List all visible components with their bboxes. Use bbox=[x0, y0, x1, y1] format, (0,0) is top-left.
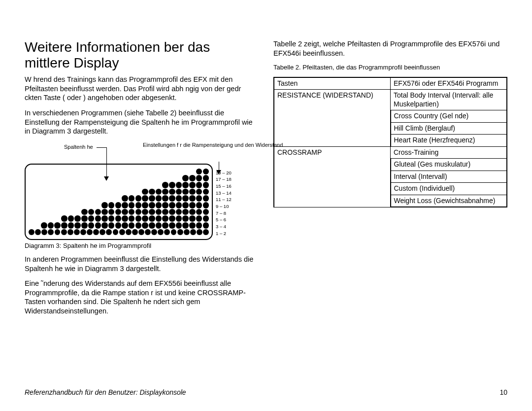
table-row: CROSSRAMPCross-Training bbox=[274, 146, 507, 159]
dot-icon bbox=[182, 182, 189, 188]
dot-icon bbox=[203, 169, 209, 175]
dot-icon bbox=[197, 229, 202, 236]
dot-icon bbox=[203, 202, 209, 208]
dot-icon bbox=[184, 229, 190, 236]
dot-icon bbox=[108, 215, 115, 222]
dot-icon bbox=[122, 215, 128, 222]
dot-icon bbox=[74, 215, 81, 222]
dot-icon bbox=[162, 195, 168, 202]
dot-icon bbox=[88, 222, 95, 229]
table-cell: Hill Climb (Berglauf) bbox=[391, 122, 507, 135]
dot-icon bbox=[169, 182, 175, 188]
diagram-label-left: Spaltenh he bbox=[64, 144, 93, 150]
dot-icon bbox=[138, 229, 144, 236]
dot-icon bbox=[48, 222, 54, 229]
dot-icon bbox=[156, 222, 162, 229]
diagram-row bbox=[29, 189, 209, 195]
dot-icon bbox=[129, 222, 135, 229]
dot-icon bbox=[101, 215, 108, 222]
paragraph: In anderen Programmen beeinflusst die Ei… bbox=[25, 255, 259, 273]
dot-icon bbox=[35, 229, 41, 236]
dot-icon bbox=[135, 195, 142, 202]
dot-icon bbox=[203, 195, 209, 202]
dot-icon bbox=[95, 215, 101, 222]
dot-icon bbox=[135, 202, 142, 208]
dot-icon bbox=[108, 209, 115, 215]
dot-icon bbox=[115, 202, 122, 208]
dot-icon bbox=[67, 229, 73, 236]
table-cell: Cross Country (Gel nde) bbox=[391, 110, 507, 123]
dot-icon bbox=[122, 209, 128, 215]
arrow-down-icon bbox=[216, 170, 221, 174]
table-caption: Tabelle 2. Pfeiltasten, die das Programm… bbox=[273, 64, 507, 72]
dot-icon bbox=[176, 209, 182, 215]
dot-icon bbox=[122, 202, 128, 208]
scale-label: 13 – 14 bbox=[216, 190, 232, 197]
page-footer: Referenzhandbuch für den Benutzer: Displ… bbox=[25, 388, 507, 396]
diagram-row bbox=[29, 182, 209, 188]
dot-icon bbox=[29, 229, 34, 236]
dot-icon bbox=[74, 229, 80, 236]
dot-icon bbox=[190, 229, 196, 236]
dot-icon bbox=[156, 209, 162, 215]
table-row: RESISTANCE (WIDERSTAND)Total Body Interv… bbox=[274, 90, 507, 110]
dot-icon bbox=[196, 202, 202, 208]
scale-label: 1 – 2 bbox=[216, 230, 232, 237]
dot-icon bbox=[189, 222, 196, 229]
dot-icon bbox=[162, 189, 168, 195]
dot-icon bbox=[149, 189, 155, 195]
diagram-scale: 19 – 2017 – 1815 – 1613 – 1411 – 129 – 1… bbox=[216, 166, 232, 240]
dot-icon bbox=[156, 215, 162, 222]
dot-icon bbox=[156, 202, 162, 208]
dot-icon bbox=[101, 209, 108, 215]
dot-icon bbox=[142, 209, 148, 215]
table-cell: Custom (Individuell) bbox=[391, 183, 507, 195]
dot-icon bbox=[176, 189, 182, 195]
scale-label: 5 – 6 bbox=[216, 216, 232, 223]
dot-icon bbox=[142, 202, 148, 208]
dot-icon bbox=[203, 175, 209, 181]
two-column-layout: Weitere Informationen ber das mittlere D… bbox=[25, 39, 507, 321]
table-cell: Interval (Intervall) bbox=[391, 171, 507, 183]
dot-icon bbox=[182, 209, 189, 215]
dot-icon bbox=[203, 209, 209, 215]
page-root: Weitere Informationen ber das mittlere D… bbox=[0, 0, 532, 411]
dot-icon bbox=[196, 175, 202, 181]
dot-icon bbox=[115, 222, 122, 229]
dot-icon bbox=[132, 229, 138, 236]
dot-icon bbox=[88, 215, 95, 222]
table-cell: Total Body Interval (Intervall: alle Mus… bbox=[391, 90, 507, 110]
dot-icon bbox=[142, 222, 148, 229]
dot-icon bbox=[203, 189, 209, 195]
dot-icon bbox=[162, 182, 168, 188]
dot-icon bbox=[196, 182, 202, 188]
table-cell: Heart Rate (Herzfrequenz) bbox=[391, 135, 507, 147]
leader-line bbox=[219, 162, 219, 171]
dot-icon bbox=[162, 202, 168, 208]
leader-line bbox=[97, 147, 106, 148]
diagram-label-right: Einstellungen f r die Rampensteigung und… bbox=[143, 142, 217, 148]
scale-label: 9 – 10 bbox=[216, 203, 232, 210]
scale-label: 15 – 16 bbox=[216, 183, 232, 190]
dot-icon bbox=[176, 215, 182, 222]
dot-icon bbox=[48, 229, 54, 236]
dot-icon bbox=[68, 222, 74, 229]
dot-icon bbox=[129, 195, 135, 202]
dot-icon bbox=[108, 222, 115, 229]
dot-icon bbox=[164, 229, 170, 236]
dot-icon bbox=[149, 195, 155, 202]
dot-icon bbox=[158, 229, 164, 236]
dot-icon bbox=[41, 222, 47, 229]
paragraph: Eine ˜nderung des Widerstands auf dem EF… bbox=[25, 279, 259, 315]
dot-icon bbox=[122, 195, 128, 202]
diagram-body: 19 – 2017 – 1815 – 1613 – 1411 – 129 – 1… bbox=[25, 164, 259, 240]
section-title: Weitere Informationen ber das mittlere D… bbox=[25, 39, 259, 71]
left-column: Weitere Informationen ber das mittlere D… bbox=[25, 39, 259, 321]
dot-icon bbox=[68, 215, 74, 222]
page-number: 10 bbox=[499, 388, 507, 396]
table-header-cell: EFX576i oder EFX546i Programm bbox=[391, 77, 507, 90]
dot-icon bbox=[115, 215, 122, 222]
dot-icon bbox=[203, 222, 209, 229]
dot-icon bbox=[135, 222, 142, 229]
dot-icon bbox=[151, 229, 157, 236]
